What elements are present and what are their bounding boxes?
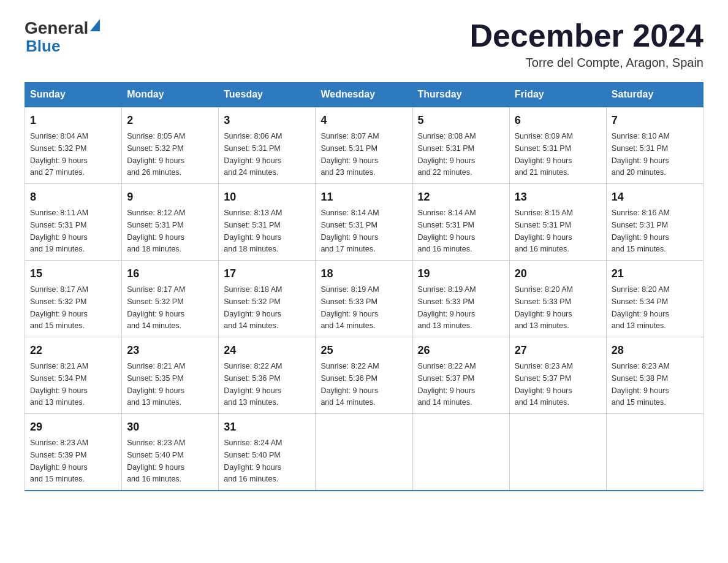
day-info: Sunrise: 8:22 AM Sunset: 5:37 PM Dayligh… (418, 362, 476, 407)
calendar-cell: 5Sunrise: 8:08 AM Sunset: 5:31 PM Daylig… (412, 107, 509, 184)
day-info: Sunrise: 8:14 AM Sunset: 5:31 PM Dayligh… (320, 209, 379, 253)
svg-marker-0 (90, 19, 100, 31)
calendar-week-row: 29Sunrise: 8:23 AM Sunset: 5:39 PM Dayli… (25, 414, 703, 491)
day-number: 3 (224, 112, 310, 129)
logo-area: General Blue (25, 18, 100, 56)
day-number: 27 (515, 342, 601, 359)
day-info: Sunrise: 8:13 AM Sunset: 5:31 PM Dayligh… (224, 209, 282, 253)
location-title: Torre del Compte, Aragon, Spain (469, 56, 703, 70)
calendar-cell (509, 414, 606, 491)
day-number: 5 (418, 112, 504, 129)
day-number: 11 (320, 189, 407, 205)
calendar-header-row: SundayMondayTuesdayWednesdayThursdayFrid… (25, 83, 703, 107)
day-info: Sunrise: 8:21 AM Sunset: 5:35 PM Dayligh… (127, 362, 185, 407)
day-number: 26 (418, 342, 504, 359)
day-info: Sunrise: 8:19 AM Sunset: 5:33 PM Dayligh… (418, 285, 476, 330)
day-number: 7 (612, 112, 698, 129)
day-number: 2 (127, 112, 213, 129)
day-number: 30 (127, 419, 213, 435)
calendar-cell: 13Sunrise: 8:15 AM Sunset: 5:31 PM Dayli… (509, 184, 606, 261)
day-info: Sunrise: 8:07 AM Sunset: 5:31 PM Dayligh… (320, 132, 379, 177)
calendar-cell: 7Sunrise: 8:10 AM Sunset: 5:31 PM Daylig… (606, 107, 703, 184)
logo-wrapper: General (25, 18, 100, 38)
day-info: Sunrise: 8:04 AM Sunset: 5:32 PM Dayligh… (30, 132, 88, 177)
logo-general-text: General (25, 18, 88, 38)
day-number: 21 (612, 266, 698, 282)
day-info: Sunrise: 8:20 AM Sunset: 5:34 PM Dayligh… (612, 285, 670, 330)
day-of-week-header: Sunday (25, 83, 122, 107)
calendar-cell: 24Sunrise: 8:22 AM Sunset: 5:36 PM Dayli… (219, 337, 316, 414)
day-number: 6 (515, 112, 601, 129)
calendar-cell: 2Sunrise: 8:05 AM Sunset: 5:32 PM Daylig… (122, 107, 219, 184)
calendar-week-row: 1Sunrise: 8:04 AM Sunset: 5:32 PM Daylig… (25, 107, 703, 184)
day-info: Sunrise: 8:16 AM Sunset: 5:31 PM Dayligh… (612, 209, 670, 253)
day-info: Sunrise: 8:15 AM Sunset: 5:31 PM Dayligh… (515, 209, 573, 253)
day-number: 1 (30, 112, 116, 129)
calendar-cell: 14Sunrise: 8:16 AM Sunset: 5:31 PM Dayli… (606, 184, 703, 261)
day-info: Sunrise: 8:23 AM Sunset: 5:37 PM Dayligh… (515, 362, 573, 407)
calendar-cell: 10Sunrise: 8:13 AM Sunset: 5:31 PM Dayli… (219, 184, 316, 261)
day-info: Sunrise: 8:12 AM Sunset: 5:31 PM Dayligh… (127, 209, 185, 253)
day-info: Sunrise: 8:22 AM Sunset: 5:36 PM Dayligh… (224, 362, 282, 407)
day-number: 12 (418, 189, 504, 205)
day-of-week-header: Thursday (412, 83, 509, 107)
calendar-week-row: 15Sunrise: 8:17 AM Sunset: 5:32 PM Dayli… (25, 261, 703, 337)
calendar-week-row: 8Sunrise: 8:11 AM Sunset: 5:31 PM Daylig… (25, 184, 703, 261)
day-info: Sunrise: 8:10 AM Sunset: 5:31 PM Dayligh… (612, 132, 670, 177)
day-info: Sunrise: 8:06 AM Sunset: 5:31 PM Dayligh… (224, 132, 282, 177)
day-number: 10 (224, 189, 310, 205)
day-number: 15 (30, 266, 116, 282)
calendar-cell: 1Sunrise: 8:04 AM Sunset: 5:32 PM Daylig… (25, 107, 122, 184)
calendar-cell (316, 414, 412, 491)
day-info: Sunrise: 8:05 AM Sunset: 5:32 PM Dayligh… (127, 132, 185, 177)
calendar-cell: 9Sunrise: 8:12 AM Sunset: 5:31 PM Daylig… (122, 184, 219, 261)
day-info: Sunrise: 8:24 AM Sunset: 5:40 PM Dayligh… (224, 439, 282, 483)
calendar-cell: 23Sunrise: 8:21 AM Sunset: 5:35 PM Dayli… (122, 337, 219, 414)
day-info: Sunrise: 8:23 AM Sunset: 5:38 PM Dayligh… (612, 362, 670, 407)
calendar-cell: 29Sunrise: 8:23 AM Sunset: 5:39 PM Dayli… (25, 414, 122, 491)
calendar-cell: 16Sunrise: 8:17 AM Sunset: 5:32 PM Dayli… (122, 261, 219, 337)
day-number: 22 (30, 342, 116, 359)
day-number: 14 (612, 189, 698, 205)
day-info: Sunrise: 8:18 AM Sunset: 5:32 PM Dayligh… (224, 285, 282, 330)
month-title: December 2024 (469, 18, 703, 53)
title-area: December 2024 Torre del Compte, Aragon, … (469, 18, 703, 70)
day-number: 19 (418, 266, 504, 282)
day-number: 20 (515, 266, 601, 282)
day-info: Sunrise: 8:21 AM Sunset: 5:34 PM Dayligh… (30, 362, 88, 407)
calendar-cell: 15Sunrise: 8:17 AM Sunset: 5:32 PM Dayli… (25, 261, 122, 337)
calendar-cell: 12Sunrise: 8:14 AM Sunset: 5:31 PM Dayli… (412, 184, 509, 261)
day-number: 18 (320, 266, 407, 282)
calendar-cell: 21Sunrise: 8:20 AM Sunset: 5:34 PM Dayli… (606, 261, 703, 337)
day-info: Sunrise: 8:23 AM Sunset: 5:40 PM Dayligh… (127, 439, 185, 483)
day-info: Sunrise: 8:08 AM Sunset: 5:31 PM Dayligh… (418, 132, 476, 177)
calendar-cell: 8Sunrise: 8:11 AM Sunset: 5:31 PM Daylig… (25, 184, 122, 261)
calendar-cell: 31Sunrise: 8:24 AM Sunset: 5:40 PM Dayli… (219, 414, 316, 491)
day-info: Sunrise: 8:17 AM Sunset: 5:32 PM Dayligh… (30, 285, 88, 330)
calendar-cell: 3Sunrise: 8:06 AM Sunset: 5:31 PM Daylig… (219, 107, 316, 184)
calendar-cell: 4Sunrise: 8:07 AM Sunset: 5:31 PM Daylig… (316, 107, 412, 184)
calendar-cell: 18Sunrise: 8:19 AM Sunset: 5:33 PM Dayli… (316, 261, 412, 337)
day-number: 13 (515, 189, 601, 205)
calendar-cell (412, 414, 509, 491)
day-number: 28 (612, 342, 698, 359)
day-number: 31 (224, 419, 310, 435)
day-number: 4 (320, 112, 407, 129)
day-of-week-header: Tuesday (219, 83, 316, 107)
calendar-table: SundayMondayTuesdayWednesdayThursdayFrid… (25, 82, 703, 491)
calendar-cell: 20Sunrise: 8:20 AM Sunset: 5:33 PM Dayli… (509, 261, 606, 337)
day-number: 23 (127, 342, 213, 359)
day-number: 9 (127, 189, 213, 205)
day-number: 16 (127, 266, 213, 282)
day-info: Sunrise: 8:20 AM Sunset: 5:33 PM Dayligh… (515, 285, 573, 330)
day-number: 29 (30, 419, 116, 435)
calendar-cell: 17Sunrise: 8:18 AM Sunset: 5:32 PM Dayli… (219, 261, 316, 337)
calendar-cell: 26Sunrise: 8:22 AM Sunset: 5:37 PM Dayli… (412, 337, 509, 414)
calendar-cell (606, 414, 703, 491)
day-info: Sunrise: 8:09 AM Sunset: 5:31 PM Dayligh… (515, 132, 573, 177)
day-number: 8 (30, 189, 116, 205)
calendar-cell: 28Sunrise: 8:23 AM Sunset: 5:38 PM Dayli… (606, 337, 703, 414)
day-number: 25 (320, 342, 407, 359)
calendar-cell: 25Sunrise: 8:22 AM Sunset: 5:36 PM Dayli… (316, 337, 412, 414)
day-number: 24 (224, 342, 310, 359)
